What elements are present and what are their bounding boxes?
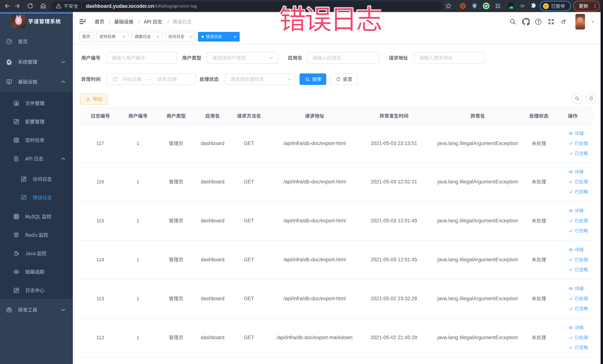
svg-text:ON: ON — [510, 7, 513, 9]
